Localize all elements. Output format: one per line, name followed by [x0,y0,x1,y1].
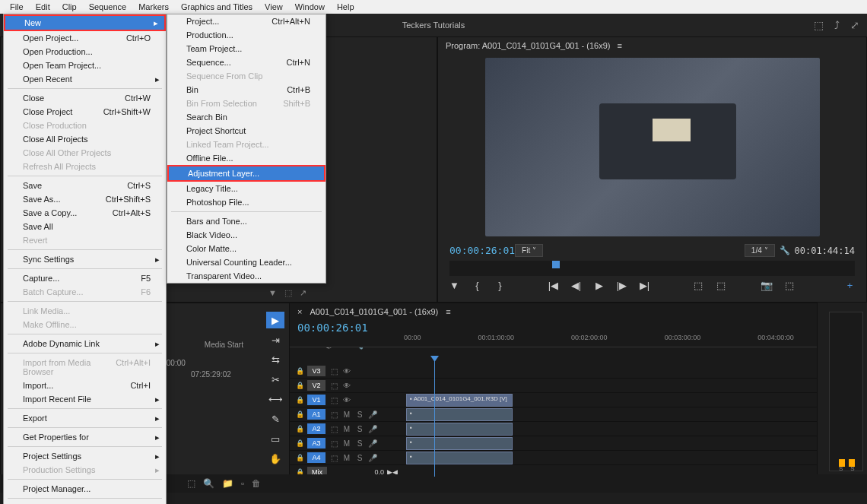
video-clip[interactable]: ▪ A001_C014_0101G4_001.R3D [V] [406,394,513,407]
new-black-video[interactable]: Black Video... [167,228,326,242]
audio-clip-a2[interactable]: ▪ [406,423,513,436]
timeline-playhead[interactable] [434,360,435,477]
file-open-production[interactable]: Open Production... [4,45,166,59]
new-project[interactable]: Project...Ctrl+Alt+N [167,14,326,28]
menu-sequence[interactable]: Sequence [83,2,133,11]
program-timecode[interactable]: 00:00:26:01 [449,245,515,256]
new-transparent-video[interactable]: Transparent Video... [167,269,326,283]
ripple-edit-tool-icon[interactable]: ⇆ [266,351,284,368]
file-open-recent[interactable]: Open Recent▸ [4,72,166,86]
audio-clip-a4[interactable]: ▪ [406,452,513,464]
export-icon[interactable]: ⤴ [834,19,840,31]
file-sync-settings[interactable]: Sync Settings▸ [4,252,166,266]
new-counting-leader[interactable]: Universal Counting Leader... [167,255,326,269]
razor-tool-icon[interactable]: ✂ [266,371,284,388]
new-legacy-title[interactable]: Legacy Title... [167,182,326,195]
hand-tool-icon[interactable]: ✋ [266,450,284,467]
new-bin-icon[interactable]: 📁 [222,478,233,489]
mark-in-icon[interactable]: { [470,280,485,291]
new-project-shortcut[interactable]: Project Shortcut [167,124,326,138]
timeline-ruler[interactable]: 00:00 00:01:00:00 00:02:00:00 00:03:00:0… [290,334,817,347]
comparison-icon[interactable]: ⬚ [782,280,797,291]
add-button-icon[interactable]: + [843,280,858,291]
file-capture[interactable]: Capture...F5 [4,271,166,285]
file-project-settings[interactable]: Project Settings▸ [4,449,166,463]
playhead-marker[interactable] [552,261,560,268]
file-save[interactable]: SaveCtrl+S [4,179,166,192]
new-team-project[interactable]: Team Project... [167,42,326,55]
menu-markers[interactable]: Markers [132,2,175,11]
file-save-copy[interactable]: Save a Copy...Ctrl+Alt+S [4,206,166,220]
new-search-bin[interactable]: Search Bin [167,110,326,124]
clear-icon[interactable]: 🗑 [252,478,261,489]
file-save-all[interactable]: Save All [4,220,166,233]
menu-edit[interactable]: Edit [30,2,56,11]
file-get-properties[interactable]: Get Properties for▸ [4,430,166,444]
menu-clip[interactable]: Clip [56,2,83,11]
sequence-tab[interactable]: A001_C014_0101G4_001 - (16x9) [310,307,438,316]
file-project-manager[interactable]: Project Manager... [4,482,166,496]
slip-tool-icon[interactable]: ⟷ [266,391,284,407]
play-icon[interactable]: ▶ [592,280,607,291]
lift-icon[interactable]: ⬚ [691,280,706,291]
audio-clip-a1[interactable]: ▪ [406,408,513,421]
file-close-project[interactable]: Close ProjectCtrl+Shift+W [4,105,166,119]
col-media-start[interactable]: Media Start [205,341,243,349]
menu-window[interactable]: Window [289,2,331,11]
extract-icon[interactable]: ⬚ [713,280,729,291]
rectangle-tool-icon[interactable]: ▭ [266,430,284,447]
filter-icon[interactable]: ▼ [268,288,277,299]
automate-icon[interactable]: ⬚ [187,478,195,489]
file-save-as[interactable]: Save As...Ctrl+Shift+S [4,192,166,206]
track-a4[interactable]: 🔒A4⬚MS🎤 ▪ [290,451,817,465]
track-v2[interactable]: 🔒V2⬚👁 [290,379,817,393]
go-to-out-icon[interactable]: ▶| [637,280,653,291]
scale-dropdown[interactable]: 1/4 ˅ [745,244,775,257]
program-ruler[interactable] [449,261,855,276]
new-item-icon[interactable]: ▫ [241,478,244,489]
new-bin[interactable]: BinCtrl+B [167,83,326,97]
file-open-team-project[interactable]: Open Team Project... [4,59,166,72]
step-forward-icon[interactable]: |▶ [615,280,630,291]
new-color-matte[interactable]: Color Matte... [167,242,326,255]
track-v1[interactable]: 🔒V1⬚👁 ▪ A001_C014_0101G4_001.R3D [V] [290,393,817,407]
file-import-recent[interactable]: Import Recent File▸ [4,392,166,406]
file-exit[interactable]: ExitCtrl+Q [4,501,166,504]
fullscreen-icon[interactable]: ⤢ [850,19,859,31]
track-v3[interactable]: 🔒V3⬚👁 [290,364,817,379]
pen-tool-icon[interactable]: ✎ [266,410,284,427]
clip-icon[interactable]: ⬚ [284,288,292,299]
menu-help[interactable]: Help [331,2,360,11]
track-a1[interactable]: 🔒A1⬚MS🎤 ▪ [290,407,817,422]
find-icon[interactable]: 🔍 [203,478,214,489]
new-bars-and-tone[interactable]: Bars and Tone... [167,214,326,228]
file-close-all-projects[interactable]: Close All Projects [4,132,166,146]
share-icon[interactable]: ↗ [300,288,306,299]
video-preview[interactable] [485,58,820,236]
step-back-icon[interactable]: ◀| [569,280,584,291]
wrench-icon[interactable]: 🔧 [780,246,790,255]
track-a3[interactable]: 🔒A3⬚MS🎤 ▪ [290,436,817,451]
file-close[interactable]: CloseCtrl+W [4,91,166,105]
track-a2[interactable]: 🔒A2⬚MS🎤 ▪ [290,422,817,436]
audio-clip-a3[interactable]: ▪ [406,437,513,450]
menu-graphics[interactable]: Graphics and Titles [175,2,259,11]
go-to-in-icon[interactable]: |◀ [546,280,561,291]
menu-file[interactable]: File [4,2,30,11]
new-offline-file[interactable]: Offline File... [167,151,326,165]
menu-view[interactable]: View [259,2,289,11]
new-adjustment-layer[interactable]: Adjustment Layer... [167,165,326,182]
file-export[interactable]: Export▸ [4,411,166,425]
selection-tool-icon[interactable]: ▶ [266,312,284,328]
new-sequence[interactable]: Sequence...Ctrl+N [167,55,326,69]
quick-export-icon[interactable]: ⬚ [814,19,824,31]
file-new[interactable]: New▸ [4,14,166,31]
track-select-tool-icon[interactable]: ⇥ [266,331,284,348]
file-open-project[interactable]: Open Project...Ctrl+O [4,31,166,45]
export-frame-icon[interactable]: 📷 [759,280,774,291]
file-dynamic-link[interactable]: Adobe Dynamic Link▸ [4,337,166,350]
new-photoshop-file[interactable]: Photoshop File... [167,195,326,209]
fit-dropdown[interactable]: Fit ˅ [515,244,543,257]
timeline-timecode[interactable]: 00:00:26:01 [290,320,376,335]
file-import[interactable]: Import...Ctrl+I [4,379,166,392]
